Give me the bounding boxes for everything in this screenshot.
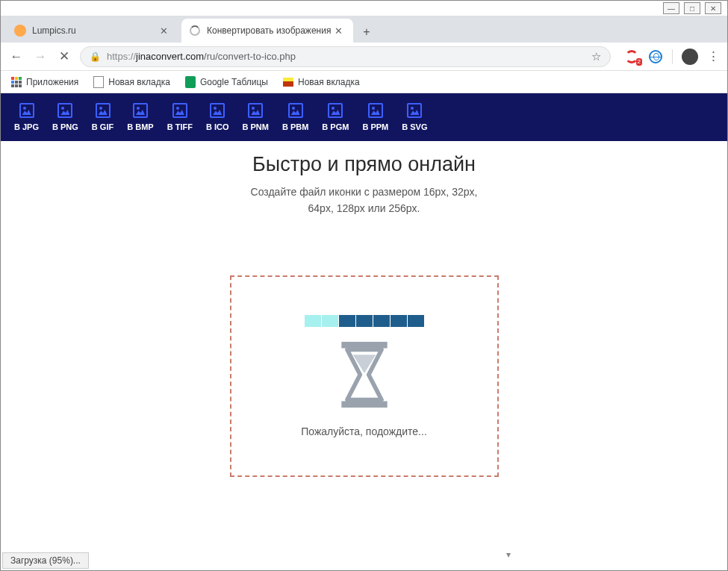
tab-lumpics[interactable]: Lumpics.ru ✕ <box>7 19 178 43</box>
progress-block <box>305 315 321 327</box>
image-icon <box>19 103 34 118</box>
loading-text: Пожалуйста, подождите... <box>301 425 427 437</box>
bookmark-label: Google Таблицы <box>200 77 268 87</box>
image-icon <box>248 103 263 118</box>
bookmark-label: Новая вкладка <box>108 77 170 87</box>
page-subtitle-1: Создайте файл иконки с размером 16px, 32… <box>1 184 727 200</box>
format-ico[interactable]: B ICO <box>206 103 229 131</box>
image-icon <box>368 103 383 118</box>
status-bar: Загрузка (95%)... <box>2 552 89 569</box>
image-icon <box>57 103 72 118</box>
separator <box>672 49 673 64</box>
image-icon <box>407 103 422 118</box>
minimize-button[interactable]: — <box>663 2 679 14</box>
bookmark-newtab-1[interactable]: Новая вкладка <box>93 76 170 88</box>
image-icon <box>328 103 343 118</box>
opera-extension-icon[interactable]: 2 <box>624 49 639 64</box>
format-pbm[interactable]: B PBM <box>282 103 308 131</box>
page-subtitle-2: 64px, 128px или 256px. <box>1 200 727 216</box>
url: https://jinaconvert.com/ru/convert-to-ic… <box>107 51 296 62</box>
image-icon <box>96 103 111 118</box>
tab-close-icon[interactable]: ✕ <box>157 25 171 37</box>
sheets-icon <box>185 76 196 88</box>
svg-rect-0 <box>341 342 387 349</box>
picture-icon <box>283 78 293 87</box>
tab-title: Lumpics.ru <box>32 25 157 36</box>
image-icon <box>172 103 187 118</box>
image-icon <box>133 103 148 118</box>
address-bar[interactable]: 🔒 https://jinaconvert.com/ru/convert-to-… <box>80 46 611 67</box>
progress-block <box>322 315 338 327</box>
favicon-loading-icon <box>189 25 201 37</box>
progress-block <box>373 315 390 327</box>
page-headline: Быстро и прямо онлайн <box>1 153 727 176</box>
progress-block <box>391 315 407 327</box>
translate-extension-icon[interactable] <box>648 49 663 64</box>
bookmark-newtab-2[interactable]: Новая вкладка <box>283 77 360 87</box>
close-window-button[interactable]: ✕ <box>705 2 721 14</box>
format-pnm[interactable]: B PNM <box>242 103 268 131</box>
stop-button[interactable]: ✕ <box>56 49 72 64</box>
tab-close-icon[interactable]: ✕ <box>332 25 346 37</box>
apps-icon <box>11 77 22 87</box>
maximize-button[interactable]: □ <box>684 2 700 14</box>
window-titlebar: — □ ✕ <box>1 1 727 16</box>
tab-title: Конвертировать изображения <box>207 25 332 36</box>
format-bmp[interactable]: B BMP <box>127 103 153 131</box>
forward-button[interactable]: → <box>32 49 49 64</box>
bookmark-sheets[interactable]: Google Таблицы <box>185 76 268 88</box>
bookmark-label: Приложения <box>26 77 78 87</box>
progress-block <box>408 315 424 327</box>
format-png[interactable]: B PNG <box>52 103 78 131</box>
scroll-down-icon[interactable]: ▾ <box>506 549 511 560</box>
format-svg[interactable]: B SVG <box>402 103 427 131</box>
progress-block <box>356 315 373 327</box>
tab-bar: Lumpics.ru ✕ Конвертировать изображения … <box>1 16 727 43</box>
new-tab-button[interactable]: + <box>356 22 377 43</box>
toolbar: ← → ✕ 🔒 https://jinaconvert.com/ru/conve… <box>1 43 727 71</box>
bookmark-label: Новая вкладка <box>298 77 360 87</box>
format-gif[interactable]: B GIF <box>92 103 113 131</box>
format-pgm[interactable]: B PGM <box>322 103 349 131</box>
hourglass-icon <box>335 340 393 409</box>
menu-button[interactable]: ⋮ <box>707 49 720 64</box>
extension-icons: 2 ⋮ <box>624 49 720 65</box>
page-content: Быстро и прямо онлайн Создайте файл икон… <box>1 141 727 477</box>
format-tiff[interactable]: B TIFF <box>167 103 193 131</box>
profile-avatar[interactable] <box>682 49 698 65</box>
back-button[interactable]: ← <box>8 49 25 64</box>
bookmark-star-icon[interactable]: ☆ <box>591 50 601 63</box>
progress-bar <box>305 315 424 327</box>
format-nav: B JPG B PNG B GIF B BMP B TIFF B ICO B P… <box>1 93 727 141</box>
format-ppm[interactable]: B PPM <box>362 103 388 131</box>
progress-block <box>339 315 355 327</box>
svg-rect-1 <box>341 401 387 408</box>
image-icon <box>210 103 225 118</box>
upload-dropzone[interactable]: Пожалуйста, подождите... <box>230 275 499 477</box>
favicon-lumpics-icon <box>14 25 26 37</box>
lock-icon: 🔒 <box>90 52 101 62</box>
page-icon <box>93 76 104 88</box>
image-icon <box>288 103 303 118</box>
tab-jinaconvert[interactable]: Конвертировать изображения ✕ <box>181 19 353 43</box>
bookmark-apps[interactable]: Приложения <box>11 77 78 87</box>
bookmarks-bar: Приложения Новая вкладка Google Таблицы … <box>1 71 727 93</box>
format-jpg[interactable]: B JPG <box>14 103 39 131</box>
